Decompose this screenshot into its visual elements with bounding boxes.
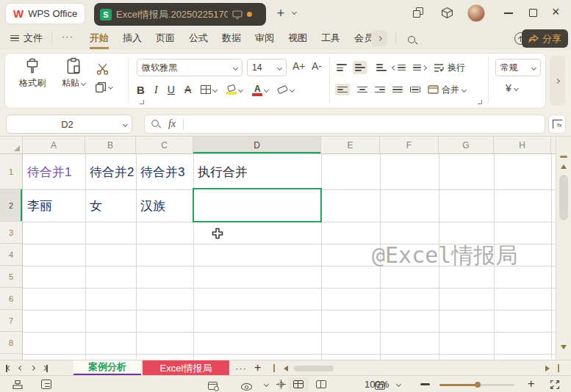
underline-button[interactable]: U [168, 84, 175, 95]
clear-format-button[interactable] [278, 87, 294, 92]
cell-D1[interactable]: 执行合并 [194, 155, 319, 189]
ribbon-expand-button[interactable] [550, 56, 565, 106]
row-header-1[interactable]: 1 [0, 154, 22, 189]
paste-chevron[interactable] [81, 81, 86, 86]
tab-tools[interactable]: 工具 [321, 32, 340, 45]
col-header-H[interactable]: H [494, 137, 551, 153]
cube-icon[interactable] [441, 7, 453, 19]
tab-list-chevron[interactable] [292, 10, 297, 15]
zoom-chevron[interactable] [396, 382, 401, 387]
paste-button[interactable]: 粘贴 [54, 57, 93, 103]
tab-review[interactable]: 审阅 [255, 32, 274, 45]
row-header-3[interactable]: 3 [0, 222, 22, 244]
file-menu[interactable]: 文件 [10, 26, 43, 50]
tab-view[interactable]: 视图 [288, 32, 307, 45]
windows-overlap-icon[interactable] [413, 7, 424, 18]
copy-button[interactable] [94, 81, 112, 93]
zoom-level[interactable]: 100% [364, 379, 389, 390]
table-settings-icon[interactable] [208, 382, 218, 390]
menu-more-button[interactable]: ··· [62, 31, 73, 42]
col-header-G[interactable]: G [439, 137, 494, 153]
shrink-font-button[interactable]: A- [312, 60, 322, 72]
fill-color-button[interactable] [226, 85, 243, 95]
vertical-scrollbar[interactable] [556, 137, 571, 360]
cell-C2[interactable]: 汉族 [137, 190, 193, 222]
maximize-button[interactable] [529, 9, 537, 17]
tab-data[interactable]: 数据 [222, 32, 241, 45]
font-color-button[interactable]: A [252, 84, 268, 96]
currency-chevron[interactable] [514, 85, 519, 90]
zoom-out-button[interactable] [420, 383, 430, 385]
eraser-chevron[interactable] [290, 87, 295, 92]
tab-formula[interactable]: 公式 [189, 32, 208, 45]
row-header-5[interactable]: 5 [0, 266, 22, 288]
add-sheet-button[interactable]: + [254, 361, 261, 374]
split-view-button[interactable] [316, 380, 326, 388]
vscroll-thumb[interactable] [559, 175, 568, 220]
cell-C1[interactable]: 待合并3 [137, 155, 193, 189]
increase-indent-button[interactable] [413, 65, 426, 71]
borders-button[interactable] [201, 85, 217, 94]
row-header-7[interactable]: 7 [0, 310, 22, 332]
align-left-button[interactable] [335, 84, 350, 96]
alignment-dialog-launcher[interactable] [478, 100, 482, 104]
font-name-combo[interactable]: 微软雅黑 [137, 59, 243, 76]
align-top-button[interactable] [335, 62, 345, 72]
outline-panel-icon[interactable] [41, 380, 51, 389]
row-header-2[interactable]: 2 [0, 189, 22, 222]
currency-button[interactable]: ¥ [506, 82, 518, 94]
next-sheet-button[interactable] [30, 366, 35, 371]
row-header-8[interactable]: 8 [0, 332, 22, 354]
fx-icon[interactable]: fx [168, 118, 176, 130]
bold-button[interactable]: B [137, 84, 145, 96]
hscroll-left-arrow[interactable] [284, 366, 288, 371]
merge-chevron[interactable] [462, 87, 467, 92]
align-center-button[interactable] [357, 87, 367, 93]
selected-cell-D2[interactable] [193, 188, 322, 222]
split-handle[interactable] [560, 156, 567, 158]
row-header-4[interactable]: 4 [0, 244, 22, 266]
eye-protect-icon[interactable] [241, 383, 252, 391]
wrap-text-button[interactable]: 换行 [434, 62, 465, 74]
last-sheet-button[interactable] [43, 365, 48, 372]
strikethrough-button[interactable]: A [184, 84, 191, 95]
decrease-indent-button[interactable] [392, 65, 406, 71]
close-button[interactable]: × [552, 4, 560, 20]
number-format-combo[interactable]: 常规 [495, 59, 541, 76]
tab-page[interactable]: 页面 [156, 32, 175, 45]
new-tab-button[interactable]: + [273, 6, 288, 21]
sheet-list-button[interactable]: ··· [235, 363, 247, 374]
hscroll-right-arrow[interactable] [545, 366, 550, 371]
zoom-search-icon[interactable] [151, 119, 160, 128]
scroll-up-arrow[interactable] [561, 164, 567, 169]
tab-insert[interactable]: 插入 [123, 32, 142, 45]
normal-view-button[interactable] [288, 377, 309, 391]
hscroll-thumb[interactable] [294, 366, 334, 371]
copy-chevron[interactable] [108, 84, 113, 90]
stamp-icon[interactable] [12, 380, 24, 390]
document-tab[interactable]: S Excel情报局.20250225170808 [94, 3, 266, 26]
font-size-combo[interactable]: 14 [247, 59, 287, 76]
font-color-chevron[interactable] [264, 87, 269, 92]
prev-sheet-button[interactable] [18, 366, 24, 371]
fullscreen-icon[interactable] [550, 380, 560, 390]
format-painter-button[interactable]: 格式刷 [13, 57, 51, 103]
tabs-overflow-button[interactable] [371, 30, 387, 46]
cell-A1[interactable]: 待合并1 [24, 155, 85, 189]
clipboard-dialog-launcher[interactable] [140, 100, 144, 104]
tab-home[interactable]: 开始 [90, 28, 109, 49]
scroll-down-arrow[interactable] [561, 345, 567, 349]
cut-button[interactable] [96, 62, 109, 78]
justify-button[interactable] [392, 87, 403, 93]
col-header-E[interactable]: E [321, 137, 380, 153]
minimize-button[interactable] [504, 12, 513, 14]
distribute-button[interactable] [410, 87, 420, 93]
italic-button[interactable]: I [154, 84, 158, 96]
cell-B2[interactable]: 女 [86, 190, 136, 222]
cell-A2[interactable]: 李丽 [24, 190, 85, 222]
search-icon[interactable] [407, 35, 417, 46]
col-header-C[interactable]: C [136, 137, 193, 153]
col-header-A[interactable]: A [23, 137, 85, 153]
sheet-tab-active[interactable]: 案例分析 [73, 360, 141, 376]
cell-B1[interactable]: 待合并2 [86, 155, 136, 189]
